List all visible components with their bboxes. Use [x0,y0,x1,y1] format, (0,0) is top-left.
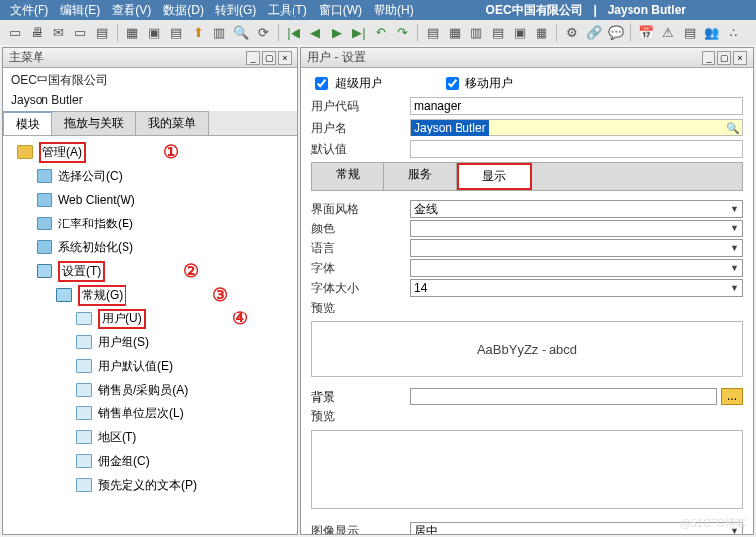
lock-icon[interactable]: ▥ [210,24,228,42]
tree-web-client[interactable]: Web Client(W) [3,188,297,212]
user-code-label: 用户代码 [311,98,410,115]
doc1-icon[interactable]: ▤ [424,24,442,42]
users-icon[interactable]: 👥 [703,24,720,42]
mobile-user-checkbox[interactable]: 移动用户 [442,74,513,93]
tree-predefined-text[interactable]: 预先定义的文本(P) [3,473,297,496]
menu-data[interactable]: 数据(D) [157,0,210,21]
color-combo[interactable]: ▼ [410,220,743,237]
tab-general[interactable]: 常规 [312,163,384,190]
search-icon[interactable]: 🔍 [232,24,250,42]
menu-bar: 文件(F) 编辑(E) 查看(V) 数据(D) 转到(G) 工具(T) 窗口(W… [0,0,756,20]
tab-display[interactable]: 显示 [457,163,532,190]
user-name-input[interactable]: Jayson Butler 🔍 [410,119,743,136]
word-icon[interactable]: ▣ [145,24,163,42]
chevron-down-icon: ▼ [730,283,739,293]
report-icon[interactable]: ▤ [681,24,699,42]
close-button[interactable]: × [278,51,292,65]
next-icon[interactable]: ▶ [328,24,346,42]
close-button[interactable]: × [733,51,747,65]
chevron-down-icon: ▼ [730,263,739,273]
new-icon[interactable]: ▭ [6,24,24,42]
toolbar-separator [417,24,418,42]
highlight-4: 用户(U) [98,309,146,329]
tree-general[interactable]: 常规(G) ③ [3,283,297,307]
doc5-icon[interactable]: ▣ [511,24,529,42]
tree-commission[interactable]: 佣金组(C) [3,449,297,473]
calendar-icon[interactable]: 📅 [637,24,655,42]
doc3-icon[interactable]: ▥ [467,24,485,42]
bg-path-input[interactable] [410,388,717,405]
doc4-icon[interactable]: ▤ [489,24,507,42]
refresh-icon[interactable]: ⟳ [254,24,272,42]
detail-tabs: 常规 服务 显示 ⑤ [311,162,743,191]
tab-modules[interactable]: 模块 [3,111,52,135]
link-icon[interactable]: 🔗 [585,24,603,42]
lang-combo[interactable]: ▼ [410,239,743,257]
tree-rates[interactable]: 汇率和指数(E) [3,212,297,235]
last-icon[interactable]: ▶| [350,24,368,42]
alert-icon[interactable]: ⚠ [659,24,677,42]
fax-icon[interactable]: ▤ [93,24,111,42]
tree-user-groups[interactable]: 用户组(S) [3,330,297,354]
tab-service[interactable]: 服务 [384,163,457,190]
maximize-button[interactable]: ▢ [262,51,276,65]
pdf-icon[interactable]: ▤ [167,24,185,42]
doc6-icon[interactable]: ▦ [533,24,550,42]
menu-edit[interactable]: 编辑(E) [54,0,106,21]
menu-tools[interactable]: 工具(T) [262,0,312,21]
maximize-button[interactable]: ▢ [717,51,731,65]
org-icon[interactable]: ⛬ [724,24,742,42]
tree-sys-init[interactable]: 系统初始化(S) [3,235,297,259]
tree-settings[interactable]: 设置(T) ② [3,259,297,283]
tree-select-company[interactable]: 选择公司(C) [3,164,297,188]
menu-goto[interactable]: 转到(G) [210,0,262,21]
minimize-button[interactable]: _ [702,51,715,65]
tree-region[interactable]: 地区(T) [3,425,297,449]
bg-preview [311,430,743,509]
folder-icon [37,193,52,207]
setting-icon[interactable]: ⚙ [563,24,581,42]
company-name: OEC中国有限公司 [3,68,297,93]
tree-sales-buyers[interactable]: 销售员/采购员(A) [3,378,297,402]
menu-help[interactable]: 帮助(H) [368,0,420,21]
main-menu-titlebar: 主菜单 _ ▢ × [3,48,297,68]
marker-2: ② [183,260,199,282]
user-code-input[interactable] [410,97,743,115]
super-user-checkbox[interactable]: 超级用户 [311,74,382,93]
sms-icon[interactable]: ▭ [71,24,89,42]
menu-window[interactable]: 窗口(W) [313,0,368,21]
mail-icon[interactable]: ✉ [49,24,67,42]
tab-drag-relate[interactable]: 拖放与关联 [51,111,136,135]
color-label: 颜色 [311,221,410,237]
image-display-combo[interactable]: 居中▼ [410,522,743,534]
lookup-icon[interactable]: 🔍 [726,122,740,134]
first-icon[interactable]: |◀ [285,24,302,42]
bg-browse-button[interactable]: ... [721,388,743,405]
main-menu-title: 主菜单 [9,49,244,66]
tree-users[interactable]: 用户(U) ④ [3,307,297,330]
chat-icon[interactable]: 💬 [607,24,625,42]
marker-4: ④ [232,308,248,329]
skin-combo[interactable]: 金线▼ [410,200,743,218]
tab-my-menu[interactable]: 我的菜单 [135,111,209,135]
defaults-input[interactable] [410,140,743,158]
undo-icon[interactable]: ↶ [372,24,389,42]
menu-file[interactable]: 文件(F) [4,0,54,21]
tree-user-defaults[interactable]: 用户默认值(E) [3,354,297,378]
excel-icon[interactable]: ▦ [124,24,141,42]
file-icon [76,454,92,468]
tree-admin[interactable]: 管理(A) ① [3,140,297,164]
folder-icon [37,217,52,230]
minimize-button[interactable]: _ [246,51,260,65]
redo-icon[interactable]: ↷ [393,24,411,42]
doc2-icon[interactable]: ▦ [446,24,463,42]
user-name-label: 用户名 [311,120,410,136]
upload-icon[interactable]: ⬆ [189,24,207,42]
font-combo[interactable]: ▼ [410,259,743,277]
print-icon[interactable]: 🖶 [28,24,45,42]
file-icon [76,383,92,397]
menu-view[interactable]: 查看(V) [106,0,157,21]
font-size-combo[interactable]: 14▼ [410,279,743,297]
tree-unit-levels[interactable]: 销售单位层次(L) [3,402,297,425]
prev-icon[interactable]: ◀ [306,24,324,42]
